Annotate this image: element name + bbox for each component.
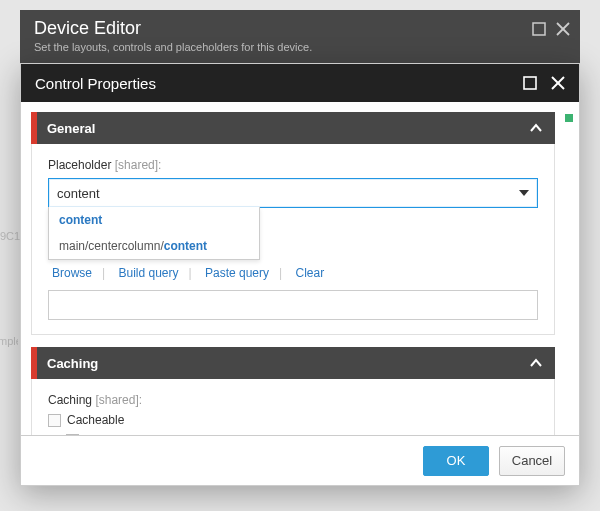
section-header-general[interactable]: General [31, 112, 555, 144]
scroll-area[interactable]: General Placeholder [shared]: content co… [31, 112, 555, 435]
browse-link[interactable]: Browse [48, 266, 96, 280]
maximize-icon[interactable] [523, 76, 537, 90]
checkbox-icon[interactable] [66, 434, 79, 436]
cacheable-checkbox-row[interactable]: Cacheable [48, 413, 538, 427]
ok-button[interactable]: OK [423, 446, 489, 476]
bg-text: 9C1 [0, 230, 20, 242]
link-row: Browse| Build query| Paste query| Clear [48, 266, 538, 280]
control-properties-window: Control Properties General Placeholder [… [20, 63, 580, 486]
section-title: Caching [47, 356, 98, 371]
placeholder-value: content [57, 186, 100, 201]
caret-down-icon [519, 190, 529, 196]
close-icon[interactable] [556, 22, 570, 36]
section-title: General [47, 121, 95, 136]
device-editor-header: Device Editor Set the layouts, controls … [20, 10, 580, 65]
accent-bar [31, 347, 37, 379]
build-query-link[interactable]: Build query [114, 266, 182, 280]
placeholder-dropdown: content main/centercolumn/content [48, 207, 260, 260]
chevron-up-icon [529, 121, 543, 135]
placeholder-combobox[interactable]: content [48, 178, 538, 208]
dropdown-item[interactable]: content [49, 207, 259, 233]
control-properties-header: Control Properties [21, 64, 579, 102]
clear-link[interactable]: Clear [292, 266, 329, 280]
dropdown-item[interactable]: main/centercolumn/content [49, 233, 259, 259]
status-indicator [565, 114, 573, 122]
accent-bar [31, 112, 37, 144]
section-caching-content: Caching [shared]: Cacheable Clear on Ind… [31, 379, 555, 435]
section-general-content: Placeholder [shared]: content content ma… [31, 144, 555, 335]
dialog-footer: OK Cancel [21, 435, 579, 485]
paste-query-link[interactable]: Paste query [201, 266, 273, 280]
bg-text: mple [0, 335, 18, 347]
device-editor-title: Device Editor [34, 18, 566, 39]
svg-rect-0 [533, 23, 545, 35]
close-icon[interactable] [551, 76, 565, 90]
chevron-up-icon [529, 356, 543, 370]
maximize-icon[interactable] [532, 22, 546, 36]
placeholder-label: Placeholder [shared]: [48, 158, 538, 172]
section-header-caching[interactable]: Caching [31, 347, 555, 379]
control-properties-title: Control Properties [35, 75, 156, 92]
checkbox-icon[interactable] [48, 414, 61, 427]
caching-label: Caching [shared]: [48, 393, 538, 407]
svg-rect-3 [524, 77, 536, 89]
datasource-input[interactable] [48, 290, 538, 320]
cancel-button[interactable]: Cancel [499, 446, 565, 476]
clear-on-index-checkbox-row[interactable]: Clear on Index Update [66, 433, 538, 435]
device-editor-subtitle: Set the layouts, controls and placeholde… [34, 41, 566, 53]
